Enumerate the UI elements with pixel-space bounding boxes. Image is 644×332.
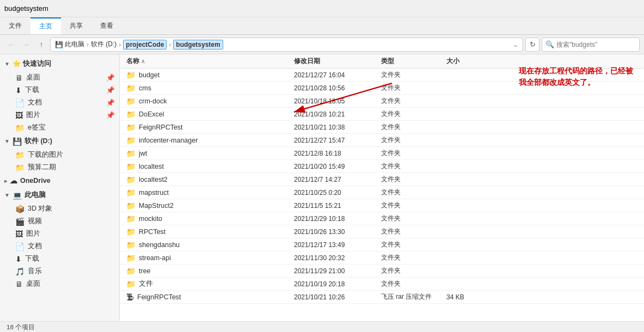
- tab-home[interactable]: 主页: [30, 17, 61, 34]
- sidebar-item-music[interactable]: 🎵 音乐: [0, 265, 119, 278]
- sidebar-item-3dobjects[interactable]: 📦 3D 对象: [0, 202, 119, 215]
- sidebar-item-pictures2[interactable]: 🖼 图片: [0, 228, 119, 240]
- tab-file[interactable]: 文件: [0, 17, 30, 34]
- refresh-button[interactable]: ↻: [525, 38, 539, 52]
- sidebar-label-video: 视频: [28, 217, 42, 226]
- table-row[interactable]: 📁 FeignRPCTest 2021/10/21 10:38 文件夹: [120, 121, 644, 134]
- desktop2-icon: 🖥: [15, 280, 23, 288]
- file-name-cell: 📁 infocenter-manager: [120, 136, 294, 145]
- file-date: 2021/12/7 14:27: [294, 176, 381, 183]
- sidebar-item-desktop2[interactable]: 🖥 桌面: [0, 278, 119, 290]
- folder-icon: 🗜: [126, 293, 134, 302]
- sidebar-item-downloaded-pics[interactable]: 📁 下载的图片: [0, 149, 119, 161]
- file-type: 文件夹: [381, 162, 446, 171]
- file-date: 2021/10/21 10:38: [294, 124, 381, 131]
- breadcrumb-projectcode[interactable]: projectCode: [123, 40, 167, 50]
- file-name: localtest: [139, 163, 164, 170]
- file-date: 2021/12/17 13:49: [294, 241, 381, 249]
- sidebar-label-downloaded-pics: 下载的图片: [28, 150, 63, 159]
- file-type: 文件夹: [381, 175, 446, 184]
- breadcrumb-dropdown[interactable]: ⌄: [513, 41, 518, 48]
- breadcrumb-budgetsystem[interactable]: budgetsystem: [173, 40, 223, 50]
- table-row[interactable]: 📁 cms 2021/10/28 10:56 文件夹: [120, 82, 644, 95]
- sidebar-item-video[interactable]: 🎬 视频: [0, 215, 119, 228]
- col-size-header[interactable]: 大小: [446, 57, 490, 66]
- desktop-icon: 🖥: [15, 73, 23, 82]
- table-row[interactable]: 📁 mockito 2021/12/29 10:18 文件夹: [120, 212, 644, 225]
- table-row[interactable]: 📁 budget 2021/12/27 16:04 文件夹: [120, 69, 644, 82]
- content-wrapper: 名称 ∧ 修改日期 类型 大小 📁 budget 2021/12/27 1: [120, 54, 644, 321]
- table-row[interactable]: 📁 stream-api 2021/11/30 20:32 文件夹: [120, 251, 644, 265]
- breadcrumb-software: 软件 (D:): [91, 40, 116, 49]
- table-row[interactable]: 📁 DoExcel 2021/10/28 10:21 文件夹: [120, 108, 644, 121]
- forward-button[interactable]: →: [20, 38, 33, 51]
- search-bar[interactable]: 🔍: [542, 38, 640, 52]
- esign-icon: 📁: [15, 124, 24, 132]
- table-row[interactable]: 📁 RPCTest 2021/10/26 13:30 文件夹: [120, 225, 644, 238]
- table-row[interactable]: 📁 localtest 2021/10/20 15:49 文件夹: [120, 160, 644, 173]
- table-row[interactable]: 📁 tree 2021/11/29 21:00 文件夹: [120, 265, 644, 278]
- sidebar-label-desktop2: 桌面: [26, 279, 40, 288]
- search-input[interactable]: [556, 41, 633, 48]
- item-count: 18 个项目: [7, 323, 35, 331]
- sidebar-item-budget2[interactable]: 📁 预算二期: [0, 161, 119, 174]
- file-date: 2021/10/26 13:30: [294, 228, 381, 236]
- file-type: 文件夹: [381, 96, 446, 106]
- table-row[interactable]: 📁 shengdanshu 2021/12/17 13:49 文件夹: [120, 238, 644, 251]
- table-row[interactable]: 📁 crm-dock 2021/10/18 18:05 文件夹: [120, 95, 644, 108]
- file-type: 文件夹: [381, 149, 446, 158]
- table-row[interactable]: 📁 infocenter-manager 2021/12/27 15:47 文件…: [120, 134, 644, 147]
- folder-icon: 📁: [126, 84, 136, 93]
- ribbon-tabs: 文件 主页 共享 查看: [0, 17, 644, 34]
- thispc-header[interactable]: ▼ 💻 此电脑: [0, 188, 119, 202]
- sidebar-item-esign[interactable]: 📁 e签宝: [0, 121, 119, 134]
- file-type: 文件夹: [381, 188, 446, 197]
- sidebar-label-desktop: 桌面: [26, 73, 40, 82]
- col-name-header[interactable]: 名称 ∧: [120, 57, 294, 66]
- sidebar-item-downloads2[interactable]: ⬇ 下载: [0, 253, 119, 265]
- file-name-cell: 📁 crm-dock: [120, 97, 294, 106]
- col-date-header[interactable]: 修改日期: [294, 57, 381, 66]
- table-row[interactable]: 📁 MapStruct2 2021/11/5 15:21 文件夹: [120, 199, 644, 212]
- tab-view[interactable]: 查看: [91, 17, 122, 34]
- folder-icon: 📁: [126, 97, 136, 106]
- file-type: 文件夹: [381, 201, 446, 210]
- folder-icon: 📁: [126, 201, 136, 210]
- table-row[interactable]: 📁 jwt 2021/12/8 16:18 文件夹: [120, 147, 644, 160]
- expand-arrow-onedrive: ▸: [4, 178, 7, 184]
- sidebar-label-esign: e签宝: [28, 123, 46, 132]
- sidebar-item-pictures[interactable]: 🖼 图片 📌: [0, 109, 119, 121]
- file-date: 2021/11/29 21:00: [294, 267, 381, 275]
- onedrive-header[interactable]: ▸ ☁ OneDrive: [0, 174, 119, 188]
- breadcrumb-thispc: 💾 此电脑: [55, 40, 84, 49]
- sidebar-label-downloads2: 下载: [25, 254, 39, 263]
- sidebar-item-docs2[interactable]: 📄 文档: [0, 240, 119, 253]
- sidebar-label-documents: 文档: [28, 98, 42, 107]
- sidebar: ▼ ⭐ 快速访问 🖥 桌面 📌 ⬇ 下载 📌 📄 文档 📌 🖼 图片 📌 📁 e…: [0, 54, 120, 321]
- up-button[interactable]: ↑: [35, 38, 48, 51]
- col-type-header[interactable]: 类型: [381, 57, 446, 66]
- back-button[interactable]: ←: [4, 38, 17, 51]
- tab-share[interactable]: 共享: [61, 17, 91, 34]
- status-bar: 18 个项目: [0, 321, 644, 332]
- file-name-cell: 📁 RPCTest: [120, 228, 294, 236]
- table-row[interactable]: 📁 localtest2 2021/12/7 14:27 文件夹: [120, 173, 644, 186]
- file-type: 飞压 rar 压缩文件: [381, 292, 446, 302]
- file-name: infocenter-manager: [139, 137, 198, 144]
- file-date: 2021/10/28 10:56: [294, 84, 381, 92]
- thispc-label: 此电脑: [24, 190, 46, 200]
- pictures-icon: 🖼: [15, 111, 23, 120]
- quick-access-header[interactable]: ▼ ⭐ 快速访问: [0, 57, 119, 71]
- sidebar-item-desktop[interactable]: 🖥 桌面 📌: [0, 71, 119, 84]
- file-name-cell: 📁 jwt: [120, 149, 294, 158]
- downloads2-icon: ⬇: [15, 255, 22, 263]
- software-drive-header[interactable]: ▼ 💾 软件 (D:): [0, 134, 119, 149]
- table-row[interactable]: 📁 mapstruct 2021/10/25 0:20 文件夹: [120, 186, 644, 199]
- breadcrumb[interactable]: 💾 此电脑 › 软件 (D:) › projectCode › budgetsy…: [50, 38, 523, 52]
- sidebar-item-documents[interactable]: 📄 文档 📌: [0, 96, 119, 109]
- onedrive-label: OneDrive: [20, 177, 51, 185]
- sidebar-item-downloads[interactable]: ⬇ 下载 📌: [0, 84, 119, 96]
- table-row[interactable]: 📁 文件 2021/10/19 20:18 文件夹: [120, 278, 644, 291]
- table-row[interactable]: 🗜 FeignRPCTest 2021/10/21 10:26 飞压 rar 压…: [120, 291, 644, 304]
- software-drive-label: 软件 (D:): [24, 137, 52, 146]
